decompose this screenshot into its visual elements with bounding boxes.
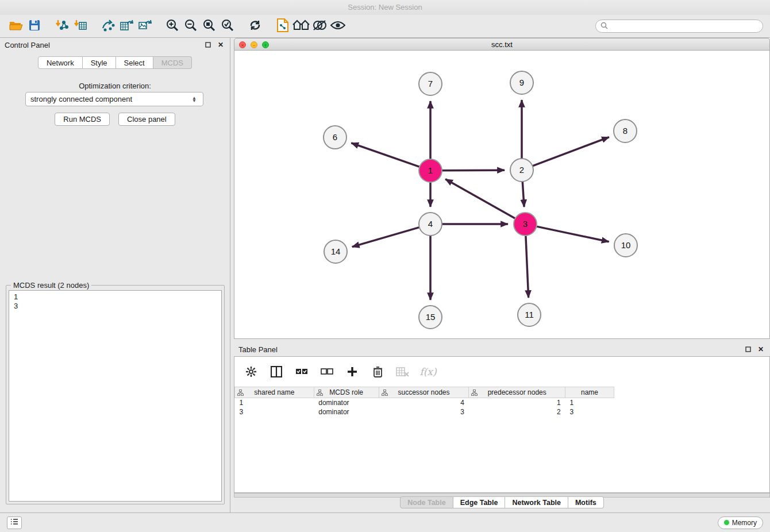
minimize-window-icon[interactable]: − [251,41,257,48]
graph-node-14[interactable]: 14 [324,240,347,263]
show-hide-button[interactable] [329,18,347,35]
open-session-button[interactable] [7,18,25,35]
graph-node-7[interactable]: 7 [419,72,442,95]
create-column-button[interactable] [345,364,360,379]
table-row[interactable]: 3 dominator 3 2 3 [235,407,614,417]
column-header-shared-name[interactable]: shared name [235,387,314,398]
column-header-mcds-role[interactable]: MCDS role [314,387,379,398]
table-settings-button[interactable] [244,364,259,379]
graph-edge-2-3[interactable] [522,182,524,207]
column-header-successor-nodes[interactable]: successor nodes [379,387,469,398]
dropdown-selected-value: strongly connected component [30,95,190,103]
zoom-selected-button[interactable] [218,18,237,35]
graph-node-2[interactable]: 2 [510,159,533,182]
table-row[interactable]: 1 dominator 4 1 1 [235,398,614,407]
close-window-icon[interactable]: × [239,41,246,48]
tab-network-table[interactable]: Network Table [505,496,568,508]
apply-layout-button[interactable] [274,18,292,35]
graph-edge-3-1[interactable] [445,179,515,218]
graph-node-10[interactable]: 10 [614,234,637,257]
optimization-criterion-select[interactable]: strongly connected component ▲▼ [25,92,203,106]
graph-node-6[interactable]: 6 [324,126,346,149]
tab-mcds[interactable]: MCDS [153,56,192,69]
window-titlebar: Session: New Session [0,0,770,15]
search-field[interactable] [595,20,763,33]
style-copy-button[interactable] [310,18,329,35]
graph-node-15[interactable]: 15 [419,306,442,329]
tab-node-table[interactable]: Node Table [400,496,453,508]
first-neighbors-button[interactable] [292,18,310,35]
tab-select[interactable]: Select [116,56,153,69]
mcds-result-list[interactable]: 1 3 [9,290,222,502]
delete-table-button[interactable] [395,364,410,379]
import-table-button[interactable] [71,18,90,35]
control-panel-title: Control Panel [5,41,200,49]
float-table-panel-icon[interactable] [744,345,753,354]
search-icon [600,22,608,31]
network-graph[interactable]: 7968124314101511 [234,51,769,338]
svg-text:7: 7 [428,79,433,88]
network-window-titlebar[interactable]: × − + scc.txt [234,38,770,51]
graph-edge-3-10[interactable] [537,226,609,242]
node-table: shared name MCDS role successor nodes pr… [234,387,614,417]
graph-node-1[interactable]: 1 [419,159,442,182]
task-history-button[interactable] [7,516,22,529]
svg-text:9: 9 [519,78,524,87]
zoom-out-icon [184,18,198,34]
tab-style[interactable]: Style [83,56,116,69]
graph-node-4[interactable]: 4 [419,213,442,236]
tab-motifs[interactable]: Motifs [568,496,604,508]
refresh-button[interactable] [246,18,264,35]
control-panel-tabs: Network Style Select MCDS [0,56,230,69]
network-canvas[interactable]: 7968124314101511 [234,51,770,339]
status-bar: Memory [0,512,770,532]
memory-button[interactable]: Memory [718,516,763,529]
show-columns-button[interactable] [269,364,284,379]
zoom-in-button[interactable] [163,18,182,35]
graph-node-11[interactable]: 11 [518,303,541,326]
graph-node-8[interactable]: 8 [614,119,637,142]
svg-text:11: 11 [525,310,534,319]
mcds-result-group: MCDS result (2 nodes) 1 3 [6,285,225,504]
svg-text:2: 2 [519,165,524,175]
select-all-columns-button[interactable] [294,364,309,379]
mcds-result-item: 3 [14,302,217,311]
close-panel-button[interactable]: Close panel [118,113,175,126]
graph-edge-4-14[interactable] [352,228,419,247]
network-window-title: scc.txt [491,40,513,49]
close-panel-icon[interactable]: ✕ [216,40,225,49]
memory-label: Memory [732,519,757,527]
tab-edge-table[interactable]: Edge Table [453,496,506,508]
graph-edge-1-6[interactable] [351,143,419,167]
zoom-out-button[interactable] [182,18,200,35]
table-panel-content: f(x) shared name MCDS role successor nod… [234,356,770,493]
graph-node-3[interactable]: 3 [514,213,537,236]
function-builder-button[interactable]: f(x) [421,364,436,379]
export-table-button[interactable] [117,18,136,35]
zoom-in-icon [165,18,179,34]
table-panel-header: Table Panel ✕ [234,342,770,356]
delete-column-button[interactable] [370,364,385,379]
zoom-fit-icon [202,18,216,34]
save-session-button[interactable] [25,18,44,35]
svg-text:14: 14 [331,246,341,256]
column-header-name[interactable]: name [565,387,614,398]
graph-node-9[interactable]: 9 [510,71,533,94]
deselect-all-columns-button[interactable] [319,364,334,379]
import-network-button[interactable] [53,18,71,35]
column-header-predecessor-nodes[interactable]: predecessor nodes [469,387,565,398]
export-network-button[interactable] [99,18,117,35]
zoom-fit-button[interactable] [200,18,218,35]
export-image-button[interactable] [136,18,154,35]
graph-edge-3-11[interactable] [526,236,529,298]
run-mcds-button[interactable]: Run MCDS [55,113,110,126]
save-disk-icon [29,20,40,33]
graph-edge-1-2[interactable] [442,170,505,171]
maximize-window-icon[interactable]: + [262,41,269,48]
graph-edge-2-8[interactable] [533,137,609,166]
eye-icon [330,20,345,32]
close-table-panel-icon[interactable]: ✕ [756,345,765,354]
float-panel-icon[interactable] [203,40,213,49]
search-input[interactable] [608,22,758,30]
tab-network[interactable]: Network [38,56,83,69]
